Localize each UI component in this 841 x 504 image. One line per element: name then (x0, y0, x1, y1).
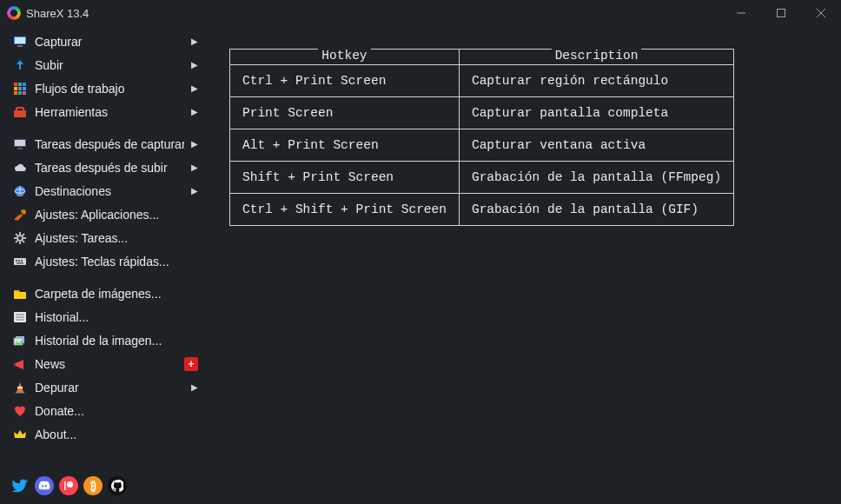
sidebar-item-label: Capturar (35, 35, 184, 49)
sidebar-item-workflows[interactable]: Flujos de trabajo▶ (0, 76, 207, 100)
svg-rect-23 (17, 194, 23, 196)
maximize-button[interactable] (761, 0, 801, 26)
monitor-icon (12, 34, 28, 50)
hotkey-table: Hotkey Description Ctrl + Print ScreenCa… (229, 49, 734, 226)
sidebar-item-label: Ajustes: Tareas... (35, 231, 198, 245)
sidebar-item-hotkey-settings[interactable]: Ajustes: Teclas rápidas... (0, 249, 207, 273)
cone-icon (12, 380, 28, 395)
folder-icon (12, 286, 28, 302)
minimize-button[interactable] (721, 0, 761, 26)
svg-rect-20 (17, 148, 23, 149)
submenu-arrow-icon: ▶ (191, 36, 198, 46)
hotkey-description-cell: Grabación de la pantalla (GIF) (459, 194, 733, 226)
submenu-arrow-icon: ▶ (191, 60, 198, 70)
sidebar-item-news[interactable]: News+ (0, 352, 207, 375)
svg-rect-10 (14, 87, 17, 90)
sidebar-item-about[interactable]: About... (0, 422, 207, 446)
svg-rect-14 (18, 91, 22, 95)
bitcoin-icon[interactable]: ₿ (83, 476, 103, 495)
hotkey-cell: Print Screen (230, 97, 460, 129)
crown-icon (12, 427, 28, 442)
svg-rect-13 (14, 91, 17, 95)
sidebar-item-label: Flujos de trabajo (35, 82, 184, 96)
upload-icon (12, 57, 28, 73)
svg-rect-36 (21, 260, 23, 262)
sidebar-item-label: Historial... (35, 310, 198, 324)
svg-rect-19 (15, 140, 25, 146)
news-badge: + (184, 357, 198, 371)
sidebar-item-app-settings[interactable]: Ajustes: Aplicaciones... (0, 202, 207, 226)
sidebar-item-debug[interactable]: Depurar▶ (0, 375, 207, 399)
sidebar-item-after-upload[interactable]: Tareas después de subir▶ (0, 156, 207, 179)
heart-icon (12, 403, 28, 419)
grid-icon (12, 81, 28, 96)
cloud-icon (12, 160, 28, 176)
sidebar-item-upload[interactable]: Subir▶ (0, 53, 207, 76)
discord-icon[interactable] (35, 476, 54, 495)
svg-rect-48 (16, 392, 24, 394)
svg-line-32 (23, 234, 24, 235)
sidebar-item-img-folder[interactable]: Carpeta de imágenes... (0, 282, 207, 305)
sidebar-item-history[interactable]: Historial... (0, 305, 207, 328)
sidebar-item-label: Destinaciones (35, 184, 184, 198)
svg-rect-15 (23, 91, 26, 95)
svg-point-45 (16, 340, 17, 342)
svg-rect-50 (64, 481, 66, 490)
hotkey-cell: Ctrl + Shift + Print Screen (230, 194, 460, 226)
svg-line-30 (23, 241, 24, 242)
sidebar-spacer (0, 273, 207, 282)
sidebar: Capturar▶Subir▶Flujos de trabajo▶Herrami… (0, 26, 207, 504)
globe-icon (12, 183, 28, 199)
svg-rect-37 (17, 262, 23, 264)
github-icon[interactable] (108, 476, 127, 495)
svg-rect-34 (16, 260, 17, 262)
social-row: ₿ (10, 476, 127, 495)
svg-rect-11 (18, 87, 22, 90)
hotkey-header-cell: Hotkey (230, 50, 460, 65)
sidebar-item-capture[interactable]: Capturar▶ (0, 30, 207, 53)
hotkey-row: Alt + Print ScreenCapturar ventana activ… (230, 129, 734, 162)
window-title: ShareX 13.4 (26, 7, 89, 20)
sidebar-item-destinations[interactable]: Destinaciones▶ (0, 179, 207, 202)
submenu-arrow-icon: ▶ (191, 186, 198, 196)
svg-rect-12 (23, 87, 26, 90)
twitter-icon[interactable] (10, 476, 30, 495)
toolbox-icon (12, 104, 28, 120)
hotkey-row: Shift + Print ScreenGrabación de la pant… (230, 162, 734, 194)
monitor-small-icon (12, 136, 28, 152)
svg-rect-38 (14, 290, 19, 292)
hotkey-cell: Shift + Print Screen (230, 162, 460, 194)
sidebar-spacer (0, 123, 207, 132)
svg-rect-17 (17, 108, 23, 111)
submenu-arrow-icon: ▶ (191, 162, 198, 172)
sidebar-item-label: Subir (35, 58, 184, 72)
svg-point-24 (17, 235, 23, 241)
sidebar-item-img-history[interactable]: Historial de la imagen... (0, 328, 207, 352)
hotkey-cell: Alt + Print Screen (230, 129, 460, 162)
sidebar-item-label: Ajustes: Aplicaciones... (35, 208, 198, 222)
close-button[interactable] (801, 0, 841, 26)
sidebar-item-label: About... (35, 428, 198, 441)
sidebar-item-donate[interactable]: Donate... (0, 399, 207, 422)
sidebar-item-tools[interactable]: Herramientas▶ (0, 100, 207, 123)
svg-line-29 (16, 234, 17, 235)
submenu-arrow-icon: ▶ (191, 83, 198, 93)
hotkey-row: Ctrl + Print ScreenCapturar región rectá… (230, 65, 734, 97)
sidebar-item-task-settings[interactable]: Ajustes: Tareas... (0, 226, 207, 249)
svg-rect-9 (23, 83, 26, 86)
sidebar-item-label: Carpeta de imágenes... (35, 287, 198, 301)
megaphone-icon (12, 356, 28, 372)
submenu-arrow-icon: ▶ (191, 107, 198, 116)
svg-rect-46 (14, 363, 16, 366)
hotkey-row: Ctrl + Shift + Print ScreenGrabación de … (230, 194, 734, 226)
wrench-icon (12, 207, 28, 222)
sidebar-item-label: Historial de la imagen... (35, 334, 198, 348)
submenu-arrow-icon: ▶ (191, 382, 198, 392)
patreon-icon[interactable] (59, 476, 78, 495)
gear-icon (12, 230, 28, 246)
svg-rect-6 (17, 45, 23, 47)
images-icon (12, 333, 28, 348)
hotkey-row: Print ScreenCapturar pantalla completa (230, 97, 734, 129)
sidebar-item-after-capture[interactable]: Tareas después de capturar▶ (0, 132, 207, 156)
svg-rect-7 (14, 83, 17, 86)
